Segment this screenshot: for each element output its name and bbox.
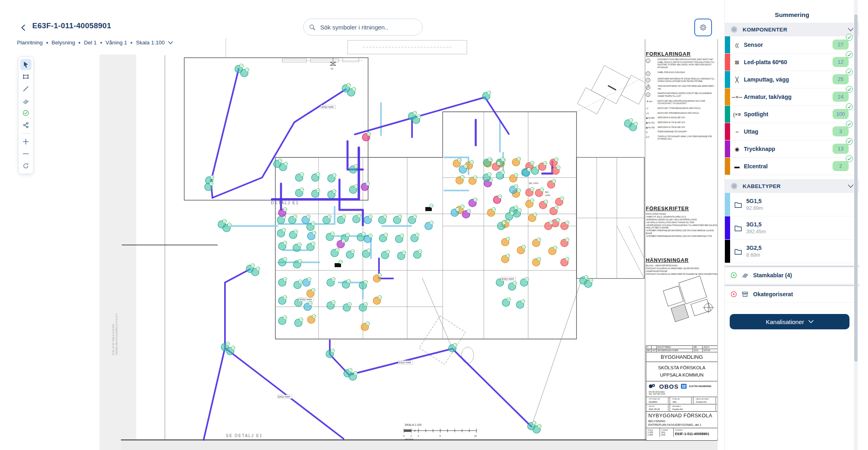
plan-symbol[interactable] [556, 197, 564, 206]
tool-hatch[interactable] [20, 95, 31, 107]
plan-symbol[interactable] [307, 289, 315, 297]
kanalisationer-button[interactable]: Kanalisationer [730, 314, 849, 329]
plan-symbol[interactable] [279, 241, 287, 250]
section-header-komponenter[interactable]: KOMPONENTER [725, 23, 859, 36]
plan-symbol[interactable] [289, 230, 298, 239]
plan-symbol[interactable] [535, 188, 544, 197]
cable-row[interactable]: 5G1,592.69m [725, 193, 859, 216]
plan-symbol[interactable] [483, 91, 491, 100]
plan-symbol[interactable] [398, 251, 406, 260]
plan-symbol[interactable] [497, 221, 506, 230]
plan-symbol[interactable] [308, 231, 316, 240]
plan-symbol[interactable] [506, 211, 514, 220]
plan-symbol[interactable] [326, 349, 335, 358]
cable-polyline[interactable] [355, 97, 509, 134]
tool-approve[interactable] [20, 107, 31, 119]
cable-polyline[interactable] [211, 69, 239, 198]
settings-button[interactable] [694, 19, 712, 36]
plan-symbol[interactable] [512, 157, 521, 166]
plan-symbol[interactable] [295, 318, 303, 327]
plan-symbol[interactable] [279, 296, 287, 305]
plan-symbol[interactable] [510, 174, 518, 182]
plan-symbol[interactable] [307, 242, 315, 251]
plan-symbol[interactable] [350, 185, 358, 194]
plan-symbol[interactable] [373, 296, 382, 305]
plan-symbol[interactable] [379, 233, 388, 242]
plan-symbol[interactable] [364, 215, 373, 224]
tool-transform[interactable] [20, 71, 31, 82]
plan-symbol[interactable] [362, 249, 371, 258]
plan-symbol[interactable] [296, 173, 304, 182]
component-row[interactable]: ⊠Led-platta 60*6012 [725, 54, 859, 71]
plan-symbol[interactable] [277, 228, 286, 237]
plan-symbol[interactable] [335, 260, 343, 268]
plan-symbol[interactable] [323, 215, 331, 224]
plan-symbol[interactable] [493, 195, 502, 204]
breadcrumb-item[interactable]: Skala 1:100 [136, 40, 164, 46]
plan-symbol[interactable] [508, 282, 517, 291]
plan-symbol[interactable] [539, 162, 547, 171]
cable-polyline[interactable] [225, 348, 343, 439]
plan-symbol[interactable] [393, 215, 402, 224]
tool-share[interactable] [20, 119, 31, 131]
plan-symbol[interactable] [304, 302, 312, 311]
plan-symbol[interactable] [453, 159, 462, 167]
plan-symbol[interactable] [373, 274, 382, 283]
cable-polyline[interactable] [330, 340, 531, 427]
plan-symbol[interactable] [361, 322, 370, 331]
plan-symbol[interactable] [337, 239, 346, 248]
plan-symbol[interactable] [533, 257, 541, 266]
plan-symbol[interactable] [487, 208, 496, 217]
tool-line[interactable] [20, 83, 31, 94]
plan-symbol[interactable] [337, 215, 346, 224]
plan-symbol[interactable] [456, 176, 464, 184]
plan-symbol[interactable] [408, 215, 417, 224]
plan-symbol[interactable] [533, 238, 541, 247]
plan-symbol[interactable] [294, 280, 302, 289]
plan-symbol[interactable] [279, 316, 287, 325]
cable-row[interactable]: 3G2,58.68m [725, 240, 859, 263]
plan-symbol[interactable] [459, 165, 468, 174]
plan-symbol[interactable] [327, 301, 335, 310]
plan-symbol[interactable] [359, 303, 368, 312]
plan-symbol[interactable] [293, 260, 302, 268]
component-row[interactable]: (×≡Spotlight100 [725, 106, 859, 123]
section-header-kabeltyper[interactable]: KABELTYPER [725, 179, 859, 193]
component-row[interactable]: ─×─Armatur, tak/vägg24 [725, 88, 859, 106]
component-row[interactable]: ⌣Uttag3 [725, 123, 859, 140]
plan-symbol[interactable] [279, 278, 287, 287]
plan-symbol[interactable] [545, 221, 553, 230]
plan-symbol[interactable] [526, 199, 534, 208]
tool-select[interactable] [20, 59, 31, 70]
tool-zoom-out[interactable] [20, 148, 31, 159]
plan-symbol[interactable] [414, 250, 422, 259]
tool-reset-view[interactable] [20, 160, 31, 172]
plan-symbol[interactable] [547, 180, 556, 188]
okategoriserat-row[interactable]: Okategoriserat [725, 285, 859, 303]
plan-symbol[interactable] [425, 204, 433, 211]
component-row[interactable]: ▬Elcentral2 [725, 158, 859, 175]
plan-symbol[interactable] [381, 250, 390, 259]
plan-symbol[interactable] [395, 234, 404, 243]
plan-symbol[interactable] [343, 303, 352, 312]
plan-symbol[interactable] [342, 280, 351, 289]
plan-symbol[interactable] [425, 221, 433, 230]
plan-symbol[interactable] [502, 298, 511, 307]
plan-symbol[interactable] [561, 257, 569, 266]
breadcrumb-item[interactable]: Våning 1 [106, 40, 127, 46]
component-row[interactable]: ╳Lamputtag, vägg25 [725, 71, 859, 88]
plan-symbol[interactable] [328, 190, 336, 199]
search-box[interactable] [303, 19, 423, 36]
plan-symbol[interactable] [550, 158, 558, 167]
plan-symbol[interactable] [502, 237, 510, 246]
breadcrumb-item[interactable]: Planritning [17, 40, 43, 46]
plan-symbol[interactable] [346, 250, 355, 259]
plan-symbol[interactable] [449, 343, 457, 352]
plan-symbol[interactable] [289, 215, 297, 224]
plan-symbol[interactable] [516, 300, 525, 309]
plan-symbol[interactable] [469, 198, 477, 207]
plan-symbol[interactable] [451, 208, 460, 217]
plan-symbol[interactable] [362, 132, 371, 141]
component-row[interactable]: ◉Tryckknapp13 [725, 140, 859, 158]
plan-symbol[interactable] [303, 278, 311, 287]
